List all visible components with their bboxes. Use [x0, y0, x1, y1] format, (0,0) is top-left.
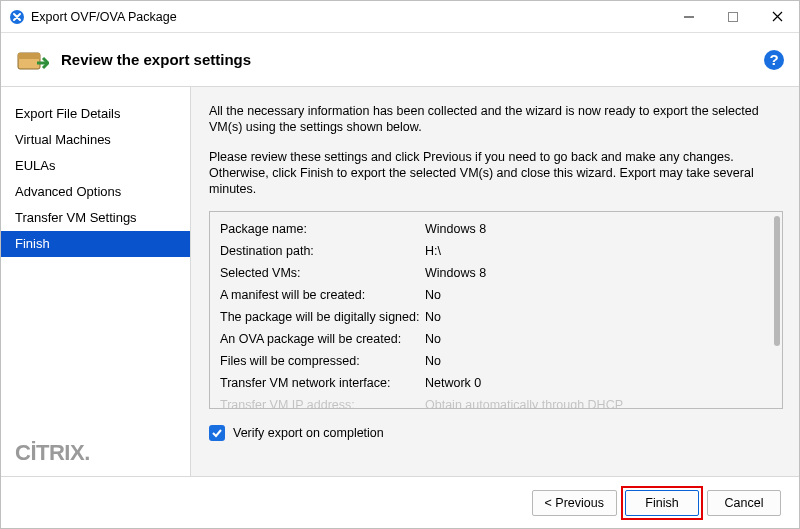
- summary-row: Transfer VM IP address:Obtain automatica…: [220, 394, 764, 408]
- summary-row: An OVA package will be created:No: [220, 328, 764, 350]
- verify-row: Verify export on completion: [209, 425, 783, 441]
- window-controls: [667, 1, 799, 32]
- wizard-header-title: Review the export settings: [61, 51, 763, 68]
- intro-text: All the necessary information has been c…: [209, 103, 783, 211]
- previous-button[interactable]: < Previous: [532, 490, 617, 516]
- export-package-icon: [15, 43, 49, 77]
- summary-row: Files will be compressed:No: [220, 350, 764, 372]
- summary-row: Destination path:H:\: [220, 240, 764, 262]
- sidebar-item-virtual-machines[interactable]: Virtual Machines: [1, 127, 190, 153]
- summary-row: A manifest will be created:No: [220, 284, 764, 306]
- summary-row: Transfer VM network interface:Network 0: [220, 372, 764, 394]
- minimize-button[interactable]: [667, 1, 711, 32]
- scrollbar[interactable]: [774, 216, 780, 404]
- verify-label: Verify export on completion: [233, 426, 384, 440]
- verify-checkbox[interactable]: [209, 425, 225, 441]
- wizard-body: Export File Details Virtual Machines EUL…: [1, 87, 799, 476]
- intro-paragraph-2: Please review these settings and click P…: [209, 149, 783, 197]
- sidebar-item-advanced-options[interactable]: Advanced Options: [1, 179, 190, 205]
- help-icon[interactable]: ?: [763, 49, 785, 71]
- app-icon: [9, 9, 25, 25]
- titlebar: Export OVF/OVA Package: [1, 1, 799, 33]
- close-button[interactable]: [755, 1, 799, 32]
- window-title: Export OVF/OVA Package: [31, 10, 667, 24]
- sidebar-item-finish[interactable]: Finish: [1, 231, 190, 257]
- svg-rect-2: [729, 12, 738, 21]
- wizard-content: All the necessary information has been c…: [191, 87, 799, 476]
- summary-row: Selected VMs:Windows 8: [220, 262, 764, 284]
- sidebar-item-export-file-details[interactable]: Export File Details: [1, 101, 190, 127]
- window: Export OVF/OVA Package Review the export…: [0, 0, 800, 529]
- summary-row: Package name:Windows 8: [220, 218, 764, 240]
- summary-row: The package will be digitally signed:No: [220, 306, 764, 328]
- wizard-footer: < Previous Finish Cancel: [1, 476, 799, 528]
- wizard-header: Review the export settings ?: [1, 33, 799, 87]
- sidebar-item-transfer-vm-settings[interactable]: Transfer VM Settings: [1, 205, 190, 231]
- summary-box: Package name:Windows 8 Destination path:…: [209, 211, 783, 409]
- wizard-sidebar: Export File Details Virtual Machines EUL…: [1, 87, 191, 476]
- sidebar-item-eulas[interactable]: EULAs: [1, 153, 190, 179]
- summary-list: Package name:Windows 8 Destination path:…: [210, 212, 774, 408]
- svg-text:?: ?: [769, 51, 778, 68]
- scrollbar-thumb[interactable]: [774, 216, 780, 346]
- intro-paragraph-1: All the necessary information has been c…: [209, 103, 783, 135]
- maximize-button[interactable]: [711, 1, 755, 32]
- citrix-brand: CİTRIX.: [1, 434, 190, 476]
- finish-highlight: Finish: [625, 490, 699, 516]
- svg-rect-4: [18, 53, 40, 59]
- cancel-button[interactable]: Cancel: [707, 490, 781, 516]
- finish-button[interactable]: Finish: [625, 490, 699, 516]
